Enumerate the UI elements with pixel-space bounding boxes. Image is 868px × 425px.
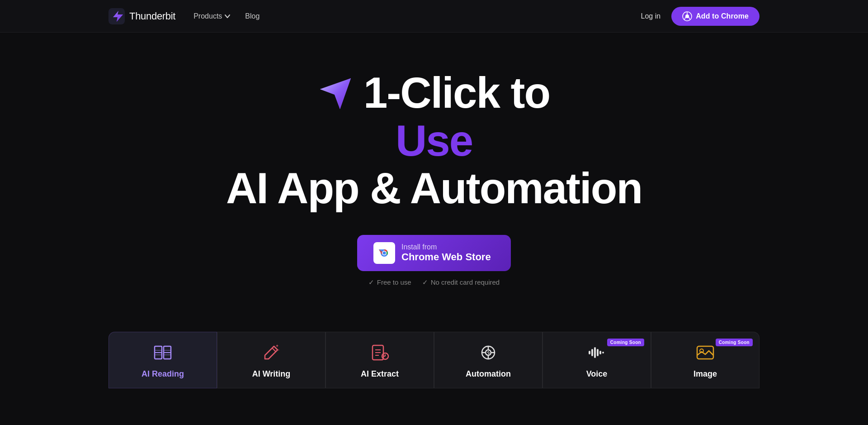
no-credit-card-check: ✓ No credit card required — [422, 278, 500, 287]
paper-plane-icon — [318, 75, 354, 111]
ai-extract-label: AI Extract — [361, 369, 399, 379]
logo[interactable]: Thunderbit — [108, 8, 175, 24]
hero-section: 1-Click to Use AI App & Automation — [0, 33, 868, 314]
svg-rect-28 — [597, 349, 599, 356]
ai-reading-label: AI Reading — [142, 369, 184, 379]
coming-soon-badge-voice: Coming Soon — [607, 339, 644, 346]
free-to-use-check: ✓ Free to use — [368, 278, 411, 287]
ai-reading-icon — [151, 341, 174, 364]
chevron-down-icon — [224, 13, 231, 19]
hero-subtitle: AI App & Automation — [226, 164, 642, 212]
nav-links: Products Blog — [193, 12, 259, 20]
voice-icon — [585, 341, 608, 364]
features-bar: AI Reading AI Writing — [0, 332, 868, 388]
nav-products[interactable]: Products — [193, 12, 231, 20]
navbar-left: Thunderbit Products Blog — [108, 8, 259, 24]
install-chrome-button[interactable]: Install from Chrome Web Store — [357, 235, 511, 271]
cta-wrapper: Install from Chrome Web Store ✓ Free to … — [357, 235, 511, 287]
login-button[interactable]: Log in — [641, 12, 661, 20]
chrome-store-icon — [373, 242, 395, 264]
ai-writing-label: AI Writing — [252, 369, 291, 379]
feature-card-automation[interactable]: Automation — [434, 332, 542, 388]
add-to-chrome-button[interactable]: Add to Chrome — [671, 7, 760, 26]
svg-rect-29 — [599, 351, 601, 354]
navbar: Thunderbit Products Blog Log in — [0, 0, 868, 33]
feature-card-image[interactable]: Coming Soon Image — [651, 332, 760, 388]
install-btn-text: Install from Chrome Web Store — [401, 243, 491, 263]
logo-name-bold: Thunder — [129, 10, 165, 22]
svg-rect-25 — [589, 351, 590, 354]
hero-title: 1-Click to Use — [318, 69, 550, 164]
voice-label: Voice — [586, 369, 608, 379]
image-icon — [694, 341, 717, 364]
automation-icon — [477, 341, 500, 364]
svg-rect-30 — [602, 352, 604, 353]
automation-label: Automation — [466, 369, 511, 379]
feature-card-ai-reading[interactable]: AI Reading — [108, 332, 217, 388]
svg-rect-26 — [591, 349, 593, 356]
ai-writing-icon — [260, 341, 283, 364]
hero-title-line2: Use — [318, 117, 550, 165]
hero-title-line1: 1-Click to — [318, 69, 550, 117]
logo-text: Thunderbit — [129, 10, 175, 22]
feature-card-voice[interactable]: Coming Soon Voice — [542, 332, 651, 388]
coming-soon-badge-image: Coming Soon — [716, 339, 753, 346]
chrome-extension-icon — [682, 11, 692, 21]
ai-extract-icon — [368, 341, 391, 364]
cta-subtext: ✓ Free to use ✓ No credit card required — [368, 278, 500, 287]
feature-card-ai-writing[interactable]: AI Writing — [217, 332, 326, 388]
nav-blog[interactable]: Blog — [245, 12, 259, 20]
feature-card-ai-extract[interactable]: AI Extract — [326, 332, 434, 388]
logo-name-light: bit — [165, 10, 175, 22]
svg-rect-27 — [594, 347, 596, 358]
navbar-right: Log in Add to Chrome — [641, 7, 760, 26]
svg-point-7 — [383, 251, 386, 254]
image-label: Image — [693, 369, 717, 379]
logo-icon — [108, 8, 125, 24]
